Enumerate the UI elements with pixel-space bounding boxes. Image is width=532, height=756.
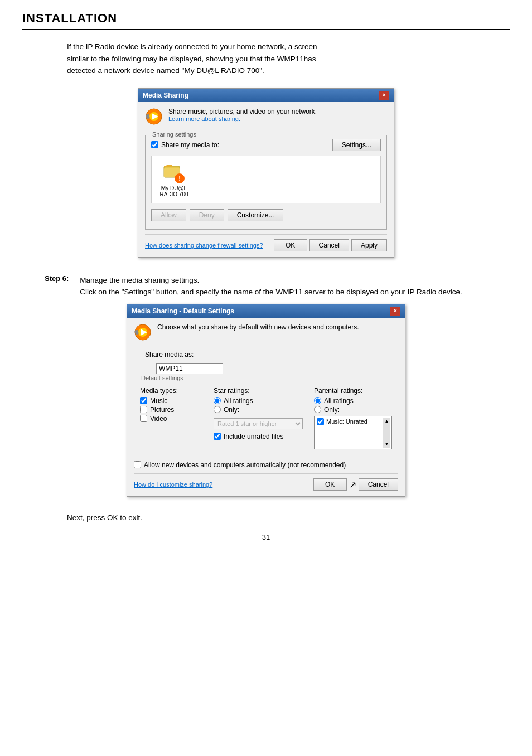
intro-line1: If the IP Radio device is already connec… [67,42,317,51]
footer-buttons: OK Cancel Apply [274,239,387,251]
parental-music-checkbox[interactable] [317,418,324,425]
dialog-header-row: Share music, pictures, and video on your… [145,108,387,130]
media-sharing-dialog-wrapper: Media Sharing × Share music, pictures, a… [67,88,465,258]
default-settings-footer-link[interactable]: How do I customize sharing? [134,481,212,488]
parental-ratings-label: Parental ratings: [314,387,392,395]
allow-button[interactable]: Allow [151,209,186,221]
parental-listbox-music-item[interactable]: Music: Unrated [316,418,383,426]
scrollbar-up-arrow[interactable]: ▲ [385,419,389,424]
star-ratings-col: Star ratings: All ratings Only: Rated 1 … [214,387,303,449]
device-icon-block: ! My DU@L RADIO 700 [157,162,191,197]
intro-line3: detected a network device named "My DU@L… [67,66,264,75]
parental-only-radio[interactable] [314,406,321,413]
ok-button[interactable]: OK [274,239,307,251]
star-ratings-label: Star ratings: [214,387,303,395]
allow-new-row: Allow new devices and computers automati… [134,461,398,469]
star-dropdown-wrapper: Rated 1 star or higher Rated higher [214,416,303,429]
default-settings-header-text: Choose what you share by default with ne… [157,323,359,331]
default-settings-cancel-button[interactable]: Cancel [359,478,398,491]
video-label: Video [150,415,167,423]
intro-line2: similar to the following may be displaye… [67,55,316,63]
allow-new-checkbox[interactable] [134,461,141,468]
footer-link[interactable]: How does sharing change firewall setting… [145,242,263,249]
parental-only-row[interactable]: Only: [314,406,392,414]
dialog-header-text-block: Share music, pictures, and video on your… [168,108,317,122]
default-settings-dialog: Media Sharing - Default Settings × Choos… [127,304,405,497]
step6-content: Manage the media sharing settings. Click… [80,274,462,298]
pictures-label: Pictures [150,406,174,414]
deny-button[interactable]: Deny [190,209,224,221]
music-checkbox[interactable] [140,397,147,404]
next-text: Next, press OK to exit. [67,513,465,522]
sharing-settings-group: Sharing settings Share my media to: Sett… [145,135,387,230]
include-unrated-label: Include unrated files [224,433,283,440]
scrollbar-down-arrow[interactable]: ▼ [385,442,389,447]
settings-columns: Media types: Music Pictures [140,387,392,449]
wmp-icon [145,108,163,125]
all-ratings-radio[interactable] [214,397,221,404]
default-settings-footer: How do I customize sharing? OK ↗ Cancel [134,473,398,491]
dialog-titlebar: Media Sharing × [138,89,394,102]
device-name-line2: RADIO 700 [159,191,188,197]
parental-all-row[interactable]: All ratings [314,397,392,405]
settings-button[interactable]: Settings... [332,139,381,151]
cursor-icon: ↗ [349,479,356,491]
default-settings-footer-buttons: OK ↗ Cancel [313,478,398,491]
parental-ratings-col: Parental ratings: All ratings Only: [314,387,392,449]
include-unrated-row: Include unrated files [214,433,303,440]
parental-listbox: Music: Unrated ▲ ▼ [314,416,392,449]
cancel-button[interactable]: Cancel [309,239,349,251]
page-title: Installation [22,11,117,25]
share-media-as-label: Share media as: [145,351,194,358]
all-ratings-row[interactable]: All ratings [214,397,303,405]
page-number: 31 [22,533,510,541]
only-label: Only: [224,406,239,414]
default-settings-ok-button[interactable]: OK [313,478,347,491]
next-text-content: Next, press OK to exit. [67,513,142,522]
apply-button[interactable]: Apply [351,239,387,251]
default-settings-titlebar: Media Sharing - Default Settings × [127,304,405,318]
device-action-buttons: Allow Deny Customize... [151,209,381,221]
svg-marker-6 [164,165,173,167]
share-name-input-row [134,363,398,374]
dialog-header-link[interactable]: Learn more about sharing. [168,115,317,122]
pictures-row[interactable]: Pictures [140,406,202,414]
device-name-line1: My DU@L [161,185,187,191]
parental-all-radio[interactable] [314,397,321,404]
share-media-checkbox[interactable] [151,141,158,148]
only-radio[interactable] [214,406,221,413]
share-media-row: Share my media to: Settings... [151,139,381,151]
customize-button[interactable]: Customize... [228,209,284,221]
step6-section: Step 6: Manage the media sharing setting… [22,274,510,298]
video-checkbox[interactable] [140,415,147,422]
intro-text: If the IP Radio device is already connec… [67,41,465,77]
default-settings-wmp-icon [134,323,152,341]
media-types-col: Media types: Music Pictures [140,387,202,449]
all-ratings-label: All ratings [224,397,253,405]
pictures-checkbox[interactable] [140,406,147,413]
parental-only-label: Only: [324,406,340,414]
include-unrated-checkbox[interactable] [214,433,221,440]
default-settings-close-button[interactable]: × [390,307,400,316]
parental-all-label: All ratings [324,397,354,405]
page-title-section: Installation [22,11,510,30]
share-name-input[interactable] [156,363,223,374]
step6-label-text: Step 6: [45,274,69,283]
music-row[interactable]: Music [140,397,202,405]
dialog-content: Share music, pictures, and video on your… [138,102,394,257]
dialog-title: Media Sharing [143,91,188,99]
svg-text:!: ! [178,175,181,182]
media-sharing-dialog: Media Sharing × Share music, pictures, a… [138,88,394,258]
star-rating-dropdown[interactable]: Rated 1 star or higher Rated higher [214,418,303,429]
step6-label: Step 6: [45,274,69,298]
only-rating-row[interactable]: Only: [214,406,303,414]
share-media-label[interactable]: Share my media to: [151,141,219,149]
parental-music-label: Music: Unrated [326,418,367,425]
group-label: Sharing settings [150,131,199,138]
dialog-close-button[interactable]: × [379,91,389,100]
default-settings-title: Media Sharing - Default Settings [132,307,234,315]
device-icon-svg: ! [163,162,185,184]
allow-new-label: Allow new devices and computers automati… [144,461,346,469]
media-checkboxes: Music Pictures Video [140,397,202,423]
video-row[interactable]: Video [140,415,202,423]
